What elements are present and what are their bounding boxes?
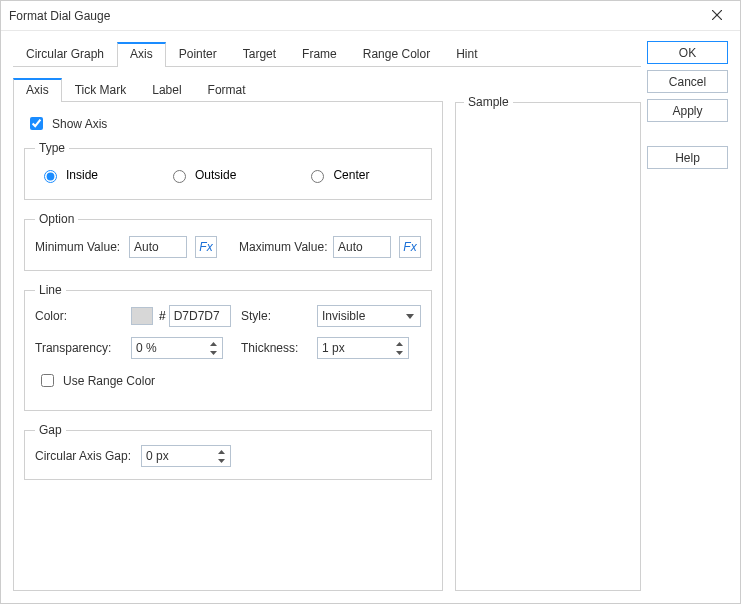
style-label: Style: (241, 309, 311, 323)
thickness-label: Thickness: (241, 341, 311, 355)
option-legend: Option (35, 212, 78, 226)
tab-range-color[interactable]: Range Color (350, 42, 443, 67)
max-value-input[interactable] (333, 236, 391, 258)
type-legend: Type (35, 141, 69, 155)
radio-outside-wrap[interactable]: Outside (168, 167, 236, 183)
subtab-format[interactable]: Format (195, 78, 259, 102)
svg-marker-3 (210, 342, 217, 346)
style-combo[interactable] (317, 305, 421, 327)
close-button[interactable] (702, 9, 732, 23)
subtab-label[interactable]: Label (139, 78, 194, 102)
radio-center-label: Center (333, 168, 369, 182)
dialog-window: Format Dial Gauge Circular Graph Axis Po… (0, 0, 741, 604)
radio-inside-wrap[interactable]: Inside (39, 167, 98, 183)
spinner-down-icon (392, 348, 407, 357)
dialog-title: Format Dial Gauge (9, 9, 702, 23)
type-group: Type Inside Outside Center (24, 141, 432, 200)
use-range-color-label: Use Range Color (63, 374, 155, 388)
radio-inside-label: Inside (66, 168, 98, 182)
gap-label: Circular Axis Gap: (35, 449, 131, 463)
gap-group: Gap Circular Axis Gap: (24, 423, 432, 480)
min-fx-button[interactable]: Fx (195, 236, 217, 258)
show-axis-label: Show Axis (52, 117, 107, 131)
cancel-button[interactable]: Cancel (647, 70, 728, 93)
close-icon (712, 10, 722, 20)
option-group: Option Minimum Value: Fx Maximum Value: … (24, 212, 432, 271)
svg-marker-6 (396, 351, 403, 355)
titlebar: Format Dial Gauge (1, 1, 740, 31)
inner-tabstrip: Axis Tick Mark Label Format (13, 77, 443, 102)
spinner-down-icon (206, 348, 221, 357)
tab-frame[interactable]: Frame (289, 42, 350, 67)
help-button[interactable]: Help (647, 146, 728, 169)
spinner-up-icon (392, 339, 407, 348)
svg-marker-5 (396, 342, 403, 346)
spinner-down-icon (214, 456, 229, 465)
thickness-spinner[interactable] (392, 339, 407, 357)
sample-preview: Sample (455, 102, 641, 591)
min-value-label: Minimum Value: (35, 240, 121, 254)
svg-marker-8 (218, 459, 225, 463)
transparency-spinner[interactable] (206, 339, 221, 357)
style-value[interactable] (317, 305, 421, 327)
tab-hint[interactable]: Hint (443, 42, 490, 67)
use-range-color-checkbox[interactable] (41, 374, 54, 387)
radio-outside[interactable] (173, 170, 186, 183)
tab-circular-graph[interactable]: Circular Graph (13, 42, 117, 67)
subtab-tick-mark[interactable]: Tick Mark (62, 78, 140, 102)
line-group: Line Color: # Style: (24, 283, 432, 411)
apply-button[interactable]: Apply (647, 99, 728, 122)
svg-marker-4 (210, 351, 217, 355)
hash-symbol: # (159, 309, 166, 323)
line-legend: Line (35, 283, 66, 297)
ok-button[interactable]: OK (647, 41, 728, 64)
radio-center[interactable] (311, 170, 324, 183)
radio-inside[interactable] (44, 170, 57, 183)
max-fx-button[interactable]: Fx (399, 236, 421, 258)
axis-panel: Show Axis Type Inside Outside Center (13, 102, 443, 591)
sample-label: Sample (464, 95, 513, 109)
tab-pointer[interactable]: Pointer (166, 42, 230, 67)
transparency-label: Transparency: (35, 341, 125, 355)
color-label: Color: (35, 309, 125, 323)
spinner-up-icon (214, 447, 229, 456)
spinner-up-icon (206, 339, 221, 348)
gap-legend: Gap (35, 423, 66, 437)
max-value-label: Maximum Value: (239, 240, 325, 254)
gap-spinner[interactable] (214, 447, 229, 465)
outer-tabstrip: Circular Graph Axis Pointer Target Frame… (13, 41, 641, 67)
tab-axis[interactable]: Axis (117, 42, 166, 67)
radio-outside-label: Outside (195, 168, 236, 182)
color-hex-input[interactable] (169, 305, 231, 327)
min-value-input[interactable] (129, 236, 187, 258)
color-swatch[interactable] (131, 307, 153, 325)
show-axis-checkbox[interactable] (30, 117, 43, 130)
tab-target[interactable]: Target (230, 42, 289, 67)
subtab-axis[interactable]: Axis (13, 78, 62, 102)
radio-center-wrap[interactable]: Center (306, 167, 369, 183)
svg-marker-7 (218, 450, 225, 454)
